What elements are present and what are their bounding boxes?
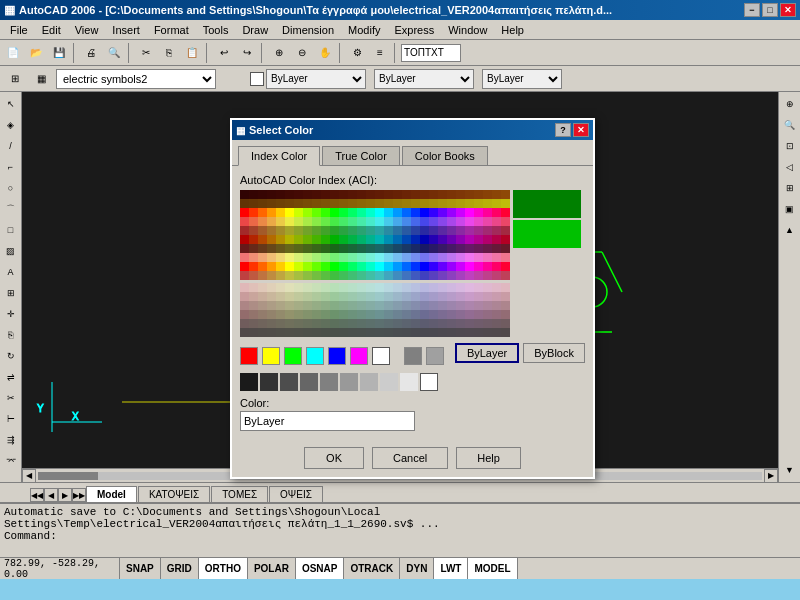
color-cell[interactable] (384, 301, 393, 310)
color-cell[interactable] (366, 208, 375, 217)
color-cell[interactable] (303, 244, 312, 253)
color-cell[interactable] (411, 283, 420, 292)
color-cell[interactable] (348, 262, 357, 271)
color-cell[interactable] (384, 253, 393, 262)
color-cell[interactable] (429, 301, 438, 310)
color-cell[interactable] (366, 319, 375, 328)
color-cell[interactable] (303, 208, 312, 217)
color-cell[interactable] (357, 199, 366, 208)
color-cell[interactable] (267, 319, 276, 328)
color-cell[interactable] (483, 292, 492, 301)
color-cell[interactable] (465, 328, 474, 337)
color-cell[interactable] (411, 253, 420, 262)
color-cell[interactable] (492, 190, 501, 199)
color-cell[interactable] (294, 292, 303, 301)
color-cell[interactable] (474, 301, 483, 310)
color-cell[interactable] (465, 301, 474, 310)
color-cell[interactable] (294, 262, 303, 271)
color-cell[interactable] (303, 235, 312, 244)
color-cell-gray1[interactable] (404, 347, 422, 365)
color-cell[interactable] (258, 271, 267, 280)
color-cell[interactable] (492, 328, 501, 337)
color-cell[interactable] (384, 328, 393, 337)
color-cell[interactable] (258, 253, 267, 262)
color-cell[interactable] (465, 253, 474, 262)
color-cell[interactable] (429, 328, 438, 337)
color-cell-red[interactable] (240, 347, 258, 365)
color-cell[interactable] (420, 283, 429, 292)
color-cell[interactable] (348, 226, 357, 235)
color-cell[interactable] (483, 226, 492, 235)
color-cell[interactable] (249, 283, 258, 292)
color-cell[interactable] (303, 310, 312, 319)
color-cell[interactable] (375, 244, 384, 253)
color-cell[interactable] (384, 271, 393, 280)
color-cell[interactable] (258, 328, 267, 337)
color-cell[interactable] (501, 310, 510, 319)
color-cell[interactable] (303, 253, 312, 262)
color-cell[interactable] (240, 283, 249, 292)
color-cell[interactable] (303, 271, 312, 280)
color-cell[interactable] (312, 271, 321, 280)
color-cell[interactable] (285, 217, 294, 226)
color-cell[interactable] (357, 190, 366, 199)
color-cell[interactable] (357, 253, 366, 262)
color-cell[interactable] (258, 319, 267, 328)
color-cell[interactable] (375, 319, 384, 328)
color-cell-yellow[interactable] (262, 347, 280, 365)
color-cell[interactable] (465, 235, 474, 244)
color-cell[interactable] (294, 226, 303, 235)
color-cell[interactable] (447, 199, 456, 208)
color-cell[interactable] (492, 262, 501, 271)
color-cell[interactable] (483, 235, 492, 244)
color-cell[interactable] (330, 319, 339, 328)
color-cell[interactable] (474, 226, 483, 235)
color-cell[interactable] (330, 199, 339, 208)
color-cell[interactable] (384, 217, 393, 226)
color-cell[interactable] (483, 262, 492, 271)
color-cell[interactable] (474, 328, 483, 337)
color-cell[interactable] (321, 226, 330, 235)
color-cell[interactable] (258, 244, 267, 253)
color-cell[interactable] (375, 253, 384, 262)
color-cell[interactable] (276, 217, 285, 226)
color-cell[interactable] (276, 208, 285, 217)
color-cell[interactable] (501, 283, 510, 292)
color-cell[interactable] (438, 190, 447, 199)
color-cell[interactable] (456, 262, 465, 271)
color-cell[interactable] (258, 190, 267, 199)
color-cell[interactable] (357, 292, 366, 301)
color-cell[interactable] (429, 310, 438, 319)
color-cell[interactable] (240, 217, 249, 226)
color-cell[interactable] (456, 226, 465, 235)
color-cell[interactable] (447, 235, 456, 244)
color-cell[interactable] (312, 199, 321, 208)
color-cell[interactable] (285, 226, 294, 235)
color-cell[interactable] (384, 226, 393, 235)
color-cell[interactable] (366, 310, 375, 319)
color-cell[interactable] (456, 319, 465, 328)
color-cell[interactable] (465, 190, 474, 199)
help-dialog-button[interactable]: Help (456, 447, 521, 469)
color-cell[interactable] (474, 199, 483, 208)
color-cell[interactable] (267, 244, 276, 253)
color-cell[interactable] (420, 208, 429, 217)
color-cell[interactable] (411, 235, 420, 244)
color-cell[interactable] (303, 283, 312, 292)
color-cell[interactable] (267, 262, 276, 271)
color-cell[interactable] (267, 199, 276, 208)
color-cell[interactable] (438, 217, 447, 226)
color-cell[interactable] (492, 301, 501, 310)
color-cell[interactable] (312, 244, 321, 253)
color-cell[interactable] (483, 301, 492, 310)
color-cell[interactable] (456, 271, 465, 280)
color-cell[interactable] (429, 199, 438, 208)
color-cell[interactable] (357, 301, 366, 310)
color-cell[interactable] (357, 310, 366, 319)
color-cell[interactable] (339, 226, 348, 235)
color-cell[interactable] (321, 190, 330, 199)
dialog-close-button[interactable]: ✕ (573, 123, 589, 137)
color-cell[interactable] (240, 262, 249, 271)
color-cell[interactable] (276, 283, 285, 292)
color-cell[interactable] (465, 310, 474, 319)
